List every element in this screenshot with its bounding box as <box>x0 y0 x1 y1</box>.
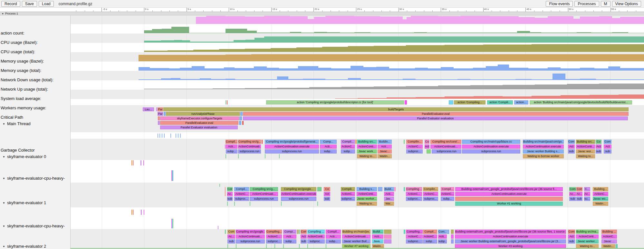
trace-slice[interactable]: sub <box>301 239 307 244</box>
trace-slice[interactable]: subproc... <box>341 197 355 201</box>
trace-slice[interactable]: Waiting to... <box>576 154 595 158</box>
trace-slice[interactable]: Compilin... <box>406 140 423 144</box>
trace-slice[interactable]: Compil... <box>423 230 437 234</box>
trace-slice[interactable]: sub <box>596 149 601 154</box>
trace-slice[interactable]: Ac... <box>569 192 576 196</box>
trace-slice[interactable]: action 'Compiling src/google/protobuf/de… <box>266 100 404 105</box>
trace-slice[interactable] <box>225 230 226 234</box>
trace-slice[interactable]: Acti... <box>320 144 337 149</box>
trace-slice[interactable] <box>378 187 382 191</box>
trace-slice[interactable] <box>394 187 396 191</box>
trace-slice[interactable] <box>143 160 144 165</box>
trace-slice[interactable] <box>297 230 299 234</box>
trace-slice[interactable]: ActionContinuation.execute <box>523 144 564 149</box>
trace-slice[interactable] <box>449 100 453 105</box>
trace-slice[interactable]: Acti... <box>384 192 394 196</box>
trace-slice[interactable]: Parallel Evaluator evaluation <box>243 116 628 120</box>
trace-slice[interactable]: Com <box>227 230 235 234</box>
trace-slice[interactable] <box>162 134 162 138</box>
trace-slice[interactable]: ActionC... <box>406 192 422 196</box>
trace-slice[interactable] <box>451 234 454 239</box>
trace-slice[interactable]: Javac wo... <box>593 197 608 201</box>
trace-slice[interactable]: Compiling src/google... <box>236 230 265 234</box>
metadata-button[interactable]: M <box>601 1 610 7</box>
trace-slice[interactable] <box>355 140 357 144</box>
trace-slice[interactable]: buildTargets <box>163 107 629 111</box>
trace-slice[interactable]: ParallelEvaluator.eval <box>243 112 629 116</box>
trace-slice[interactable]: Compiling ... <box>307 230 325 234</box>
trace-slice[interactable]: Buildin... <box>378 140 392 144</box>
trace-slice[interactable]: Act <box>604 144 611 149</box>
trace-slice[interactable] <box>178 134 178 138</box>
trace-slice[interactable] <box>133 160 134 165</box>
trace-slice[interactable]: Waitin... <box>593 202 608 206</box>
trace-slice[interactable] <box>250 202 250 206</box>
trace-slice[interactable]: subp... <box>326 239 341 244</box>
trace-slice[interactable]: Par <box>158 107 163 111</box>
trace-slice[interactable]: Building src/main/java/com/go... <box>523 140 564 144</box>
trace-slice[interactable]: ActionConti... <box>357 144 377 149</box>
trace-slice[interactable]: Co <box>324 187 330 191</box>
trace-slice[interactable]: ActionContinuati... <box>430 144 461 149</box>
flow-events-button[interactable]: Flow events <box>546 1 573 7</box>
trace-slice[interactable]: subprocess.run <box>462 149 520 154</box>
trace-slice[interactable] <box>317 202 318 206</box>
trace-slice[interactable]: ActionC... <box>593 192 608 196</box>
trace-slice[interactable] <box>227 100 227 105</box>
trace-slice[interactable]: Ac... <box>584 192 590 196</box>
trace-slice[interactable] <box>404 140 405 144</box>
trace-slice[interactable] <box>384 239 391 244</box>
trace-slice[interactable]: skyframeExecutor.configureTargets <box>160 116 239 120</box>
trace-slice[interactable]: ActionContinuation.execute <box>455 234 566 239</box>
trace-slice[interactable]: action 'Compiling... <box>454 100 485 105</box>
trace-slice[interactable]: sub <box>568 239 575 244</box>
track-group-label[interactable]: ▼skyframe-evaluator-cpu-heavy- <box>1 176 65 181</box>
track-group-label[interactable]: ▼skyframe-evaluator 1 <box>1 200 46 205</box>
trace-slice[interactable]: subproc... <box>307 239 325 244</box>
trace-slice[interactable]: Com <box>301 230 307 234</box>
trace-slice[interactable]: Building external/com_google_protobuf/ja… <box>455 187 563 191</box>
trace-slice[interactable]: subprocess.run <box>265 149 319 154</box>
trace-slice[interactable]: Javac ... <box>601 239 617 244</box>
trace-slice[interactable]: Waitin... <box>378 154 392 158</box>
trace-slice[interactable]: Compil... <box>226 140 237 144</box>
trace-slice[interactable]: Com <box>568 230 575 234</box>
trace-slice[interactable]: Compiling ... <box>406 187 422 191</box>
trace-slice[interactable] <box>239 121 241 125</box>
trace-slice[interactable]: Compiling src/google... <box>281 187 316 191</box>
trace-slice[interactable]: Javac work... <box>357 149 377 154</box>
trace-slice[interactable]: action 'Compili... <box>487 100 513 105</box>
trace-slice[interactable]: Waiting to... <box>357 202 377 206</box>
trace-slice[interactable]: ActionContinuati... <box>238 144 261 149</box>
trace-slice[interactable] <box>451 230 454 234</box>
trace-slice[interactable] <box>131 160 132 165</box>
trace-slice[interactable]: subp... <box>283 239 296 244</box>
trace-slice[interactable]: action 'Building src/main/java/com/googl… <box>530 100 632 105</box>
trace-slice[interactable]: Building src... <box>357 140 377 144</box>
trace-slice[interactable]: subprocess.run <box>281 197 316 201</box>
trace-slice[interactable]: Lau... <box>143 107 154 111</box>
trace-slice[interactable]: subprocess.run <box>236 239 265 244</box>
trace-slice[interactable] <box>131 210 132 215</box>
trace-slice[interactable]: sub <box>227 197 233 201</box>
trace-slice[interactable]: Javac worker Building s... <box>523 149 564 154</box>
trace-slice[interactable] <box>238 154 239 158</box>
trace-slice[interactable] <box>158 134 158 138</box>
trace-slice[interactable]: Com <box>576 187 582 191</box>
trace-slice[interactable]: Worker #1 working <box>455 202 563 206</box>
trace-slice[interactable]: Wai... <box>384 202 394 206</box>
trace-slice[interactable]: C... <box>584 187 590 191</box>
trace-slice[interactable] <box>404 187 405 191</box>
trace-slice[interactable]: Act <box>568 234 575 239</box>
trace-slice[interactable]: sub <box>568 149 575 154</box>
trace-slice[interactable]: Acti... <box>283 234 296 239</box>
trace-slice[interactable]: ActionC... <box>406 144 423 149</box>
trace-slice[interactable]: ActionContinuati... <box>236 234 265 239</box>
trace-slice[interactable]: Javac worker Building external/com_googl… <box>455 239 566 244</box>
trace-slice[interactable]: subproc... <box>234 197 249 201</box>
trace-slice[interactable]: Act <box>324 192 330 196</box>
trace-slice[interactable]: Jav... <box>384 197 394 201</box>
trace-slice[interactable]: Acti... <box>372 234 383 239</box>
trace-slice[interactable]: Javac worker... <box>576 239 599 244</box>
trace-slice[interactable]: Compiling src/g... <box>238 140 261 144</box>
